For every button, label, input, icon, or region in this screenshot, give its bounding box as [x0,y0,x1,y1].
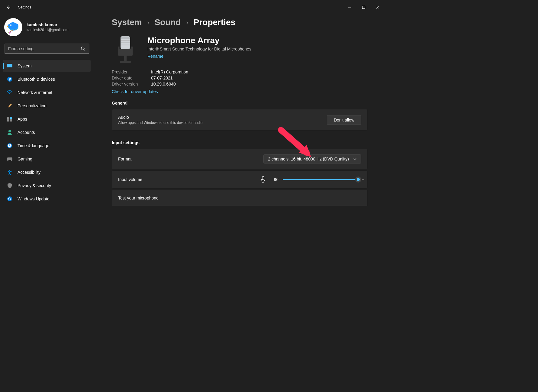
nav-time[interactable]: Time & language [3,140,91,152]
nav-label: Gaming [18,157,32,161]
maximize-icon [362,5,366,9]
back-button[interactable] [2,1,14,13]
svg-rect-0 [362,6,365,9]
svg-rect-22 [121,36,130,39]
nav-label: Apps [18,117,27,121]
format-dropdown[interactable]: 2 channels, 16 bit, 48000 Hz (DVD Qualit… [263,154,361,164]
svg-rect-15 [10,119,12,121]
breadcrumb-properties: Properties [194,18,236,27]
device-meta: Provider Intel(R) Corporation Driver dat… [112,70,368,86]
nav-update[interactable]: Windows Update [3,193,91,205]
paintbrush-icon [7,103,13,109]
chevron-right-icon: › [147,19,149,26]
svg-rect-27 [118,49,133,56]
clock-icon [7,143,13,149]
svg-point-6 [8,32,9,33]
svg-rect-9 [8,68,11,68]
slider-thumb[interactable] [355,177,361,183]
microphone-icon [112,36,139,65]
shield-icon [7,183,13,189]
nav-label: Network & internet [18,90,52,95]
svg-point-7 [81,47,84,50]
svg-rect-30 [262,177,264,180]
person-icon [7,129,13,135]
nav-label: Bluetooth & devices [18,77,55,82]
driver-date-label: Driver date [112,76,148,80]
profile-email: kamlesh2011@gmail.com [27,28,68,32]
rename-link[interactable]: Rename [147,54,163,59]
audio-title: Audio [118,115,327,120]
nav-accounts[interactable]: Accounts [3,126,91,138]
nav-privacy[interactable]: Privacy & security [3,180,91,192]
nav-gaming[interactable]: Gaming [3,153,91,165]
svg-point-20 [7,196,12,201]
input-volume-card: Input volume 96 [112,170,368,189]
breadcrumb: System › Sound › Properties [112,18,368,27]
driver-date-value: 07-07-2021 [151,76,368,80]
nav-label: Time & language [18,143,49,148]
avatar [4,18,22,36]
svg-rect-8 [7,64,12,67]
svg-rect-13 [10,117,12,119]
svg-point-16 [8,130,11,132]
nav-label: System [18,63,32,68]
main-content: System › Sound › Properties Microphone A… [94,15,386,282]
nav-network[interactable]: Network & internet [3,86,91,99]
svg-rect-14 [7,119,9,121]
nav-label: Privacy & security [18,183,51,188]
nav-apps[interactable]: Apps [3,113,91,125]
nav-label: Personalization [18,103,47,108]
profile[interactable]: kamlesh kumar kamlesh2011@gmail.com [3,17,91,42]
nav-label: Accessibility [18,170,40,175]
audio-permission-card: Audio Allow apps and Windows to use this… [112,109,368,131]
nav: System Bluetooth & devices Network & int… [3,60,91,205]
svg-point-11 [9,93,10,94]
format-label: Format [118,157,263,161]
app-title: Settings [18,5,31,9]
breadcrumb-sound[interactable]: Sound [155,18,181,27]
minimize-button[interactable] [343,2,357,12]
audio-desc: Allow apps and Windows to use this devic… [118,121,327,125]
minimize-icon [348,5,352,9]
maximize-button[interactable] [357,2,371,12]
general-section-title: General [112,101,368,105]
nav-system[interactable]: System [3,60,91,72]
close-button[interactable] [371,2,385,12]
titlebar: Settings [0,0,387,15]
update-icon [7,196,13,202]
microphone-small-icon [260,176,266,183]
dont-allow-button[interactable]: Don't allow [327,115,361,125]
search-box[interactable] [4,44,89,54]
breadcrumb-system[interactable]: System [112,18,142,27]
arrow-left-icon [6,5,11,10]
input-settings-title: Input settings [112,140,368,145]
wifi-icon [7,89,13,96]
close-icon [376,5,379,9]
test-mic-card: Test your microphone [112,190,368,206]
svg-rect-28 [124,56,127,61]
test-mic-label: Test your microphone [118,196,361,200]
chevron-right-icon: › [186,19,188,26]
volume-value: 96 [270,177,279,182]
search-input[interactable] [8,46,81,51]
accessibility-icon [7,169,13,175]
search-icon [81,46,85,51]
input-volume-label: Input volume [118,177,260,182]
device-subtitle: Intel® Smart Sound Technology for Digita… [147,47,251,51]
check-driver-link[interactable]: Check for driver updates [112,89,158,94]
nav-personalization[interactable]: Personalization [3,100,91,112]
driver-version-label: Driver version [112,82,148,86]
format-card: Format 2 channels, 16 bit, 48000 Hz (DVD… [112,149,368,169]
nav-bluetooth[interactable]: Bluetooth & devices [3,73,91,85]
sidebar: kamlesh kumar kamlesh2011@gmail.com Syst… [0,15,94,282]
bluetooth-icon [7,76,13,82]
svg-rect-12 [7,117,9,119]
system-icon [7,63,13,69]
nav-label: Windows Update [18,196,50,201]
profile-name: kamlesh kumar [27,22,68,27]
apps-icon [7,116,13,122]
nav-accessibility[interactable]: Accessibility [3,166,91,178]
chevron-down-icon [353,157,357,161]
volume-slider[interactable] [283,179,361,180]
provider-value: Intel(R) Corporation [151,70,368,74]
